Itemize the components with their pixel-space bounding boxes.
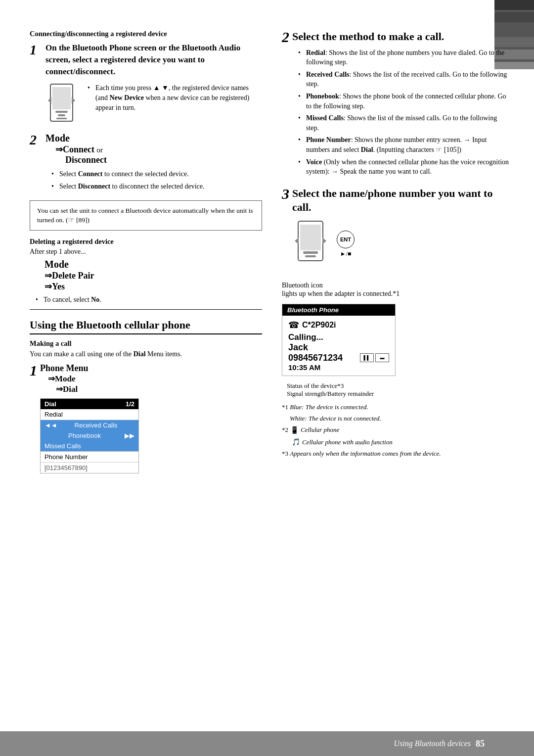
right-step2-bullets: Redial: Shows the list of the phone numb… — [292, 48, 509, 177]
step2-number: 2 — [30, 132, 43, 148]
bt-phone-number-row: 09845671234 ▌▌ ▬ — [288, 353, 389, 363]
bt-phone-icon: ☎ — [288, 320, 299, 331]
bt-icon-text: Bluetooth icon — [282, 282, 323, 289]
step3-device-svg — [292, 219, 332, 270]
status-label: Status of the device*3 — [287, 382, 509, 390]
svg-marker-17 — [295, 237, 299, 244]
phone-mode-label: ⇒Mode — [48, 374, 139, 384]
phone-step-num: 1 — [30, 363, 37, 378]
step1-bullet: Each time you press ▲ ▼, the registered … — [88, 83, 262, 112]
making-call-text: You can make a call using one of the Dia… — [30, 350, 262, 358]
bullet-voice: Voice (Only when the connected cellular … — [298, 157, 509, 177]
step2-block: 2 Mode ⇒Connect or Disconnect Select Con… — [30, 132, 262, 194]
bt-phone-time: 10:35 AM — [288, 363, 389, 372]
status-text: Status of the device*3 — [287, 382, 344, 389]
bullet-phone-number: Phone Number: Shows the phone number ent… — [298, 135, 509, 154]
delete-cancel-bullet: To cancel, select No. — [36, 295, 262, 305]
footer-text: Using Bluetooth devices — [394, 739, 471, 748]
step2-arrows: ⇒Connect or Disconnect — [55, 144, 205, 165]
bt-phone-header: Bluetooth Phone — [282, 304, 395, 316]
right-step2-title: Select the method to make a call. — [292, 30, 509, 44]
right-step3-num: 3 — [282, 187, 289, 201]
bt-phone-body: ☎ C*2P902i Calling... Jack 09845671234 ▌… — [282, 316, 395, 376]
step3-device-illustration: ENT ►/■ — [292, 219, 509, 270]
delete-pair-label: ⇒Delete Pair — [44, 270, 262, 281]
left-column: Connecting/disconnecting a registered de… — [30, 30, 262, 473]
svg-rect-14 — [300, 225, 321, 250]
footnote-1: *1 Blue: The device is connected. — [282, 403, 509, 412]
svg-rect-10 — [56, 118, 67, 119]
bt-phone-display: Bluetooth Phone ☎ C*2P902i Calling... Ja… — [282, 304, 396, 376]
svg-marker-11 — [48, 97, 51, 104]
right-step3-content: Select the name/phone number you want to… — [292, 187, 509, 274]
bottom-bar: Using Bluetooth devices 85 — [0, 731, 534, 756]
signal-text: Signal strength/Battery remainder — [287, 390, 374, 397]
svg-rect-8 — [55, 111, 68, 113]
bullet-missed: Missed Calls: Shows the list of the miss… — [298, 113, 509, 133]
svg-marker-18 — [322, 237, 326, 244]
note-text: You can set the unit to connect a Blueto… — [37, 207, 253, 224]
cellular-icon: 📱 — [290, 425, 299, 435]
svg-marker-12 — [72, 97, 75, 104]
step2-content: Mode ⇒Connect or Disconnect Select Conne… — [45, 132, 205, 194]
bt-lights-text: lights up when the adapter is connected.… — [282, 290, 400, 297]
step2-arrow1-text: ⇒Connect or — [55, 144, 205, 155]
cellular-audio-icon: 🎵 — [292, 437, 300, 447]
dial-item-phonebook: Phonebook ▶▶ — [41, 430, 138, 441]
making-call-header: Making a call — [30, 339, 262, 348]
svg-rect-9 — [58, 114, 65, 116]
bt-phone-model-row: ☎ C*2P902i — [288, 320, 389, 331]
bt-phone-model: C*2P902i — [302, 321, 336, 330]
section-divider — [30, 309, 262, 310]
dial-menu-title: Dial — [44, 400, 56, 408]
step1-title: On the Bluetooth Phone screen or the Blu… — [45, 42, 262, 77]
footnotes-block: *1 Blue: The device is connected. White:… — [282, 403, 509, 459]
dial-menu-bottom: [01234567890] — [41, 462, 138, 473]
device-image — [45, 83, 78, 127]
step2-bullet2: Select Disconnect to disconnect the sele… — [51, 182, 205, 191]
ent-sub-label: ►/■ — [340, 250, 351, 258]
phone-dial-label: ⇒Dial — [56, 384, 139, 394]
phone-menu-label: Phone Menu — [40, 363, 139, 374]
phone-step-content: Phone Menu ⇒Mode ⇒Dial Dial 1/2 Redial ◄… — [40, 363, 139, 473]
main-content: Connecting/disconnecting a registered de… — [0, 0, 534, 513]
dial-menu-screenshot: Dial 1/2 Redial ◄◄ Received Calls Phoneb… — [40, 398, 139, 473]
svg-rect-16 — [305, 255, 316, 257]
dial-item-missed: Missed Calls — [41, 441, 138, 451]
step2-disconnect: Disconnect — [65, 155, 205, 165]
deleting-header: Deleting a registered device — [30, 237, 262, 246]
svg-rect-7 — [52, 87, 71, 109]
bt-phone-name: Jack — [288, 342, 389, 353]
ent-label: ENT — [340, 236, 351, 242]
dial-menu-header: Dial 1/2 — [41, 399, 138, 409]
ent-button: ENT — [337, 231, 355, 248]
bullet-received: Received Calls: Shows the list of the re… — [298, 70, 509, 89]
dial-item-phone-number: Phone Number — [41, 451, 138, 462]
delete-bullet-list: To cancel, select No. — [30, 295, 262, 305]
step1-number: 1 — [30, 42, 43, 58]
delete-mode-label: Mode — [44, 259, 262, 270]
bt-signal-icon: ▌▌ — [360, 353, 374, 362]
right-step2-content: Select the method to make a call. Redial… — [292, 30, 509, 180]
bt-phone-status-icons: ▌▌ ▬ — [360, 353, 389, 362]
footnote-2b: 🎵 Cellular phone with audio function — [292, 437, 509, 447]
page: Connecting/disconnecting a registered de… — [0, 0, 534, 756]
footnote-2: *2 📱 Cellular phone — [282, 425, 509, 435]
footnote-1b: White: The device is not connected. — [282, 414, 509, 424]
using-bt-title: Using the Bluetooth cellular phone — [30, 319, 262, 334]
phone-menu-step: 1 Phone Menu ⇒Mode ⇒Dial Dial 1/2 Redial… — [30, 363, 262, 473]
deleting-after-text: After step 1 above... — [30, 248, 262, 256]
right-step3-title: Select the name/phone number you want to… — [292, 187, 509, 215]
bullet-phonebook: Phonebook: Shows the phone book of the c… — [298, 92, 509, 111]
step1-block: 1 On the Bluetooth Phone screen or the B… — [30, 42, 262, 127]
footnote-3: *3 Appears only when the information com… — [282, 449, 509, 459]
delete-yes-label: ⇒Yes — [44, 281, 262, 292]
delete-mode-block: Mode ⇒Delete Pair ⇒Yes — [44, 259, 262, 292]
right-step3-block: 3 Select the name/phone number you want … — [282, 187, 509, 274]
right-step2-num: 2 — [282, 30, 289, 45]
signal-label: Signal strength/Battery remainder — [287, 390, 509, 398]
svg-rect-15 — [303, 251, 318, 254]
step2-bullet1: Select Connect to connect the selected d… — [51, 169, 205, 179]
bullet-redial: Redial: Shows the list of the phone numb… — [298, 48, 509, 67]
right-column: 2 Select the method to make a call. Redi… — [282, 30, 509, 473]
